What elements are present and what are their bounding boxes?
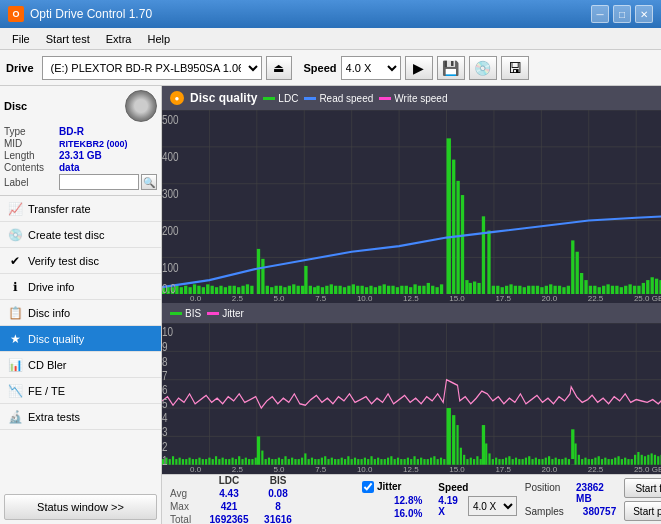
svg-rect-248	[404, 459, 406, 465]
svg-rect-67	[347, 286, 350, 295]
svg-rect-243	[387, 458, 389, 465]
menu-help[interactable]: Help	[139, 31, 178, 47]
svg-rect-43	[266, 286, 269, 295]
nav-disc-quality[interactable]: ★ Disc quality	[0, 326, 161, 352]
svg-rect-29	[206, 284, 209, 294]
total-label: Total	[170, 514, 200, 525]
speed-label: Speed	[304, 62, 337, 74]
nav-transfer-rate[interactable]: 📈 Transfer rate	[0, 196, 161, 222]
play-button[interactable]: ▶	[405, 56, 433, 80]
nav-transfer-rate-label: Transfer rate	[28, 203, 91, 215]
save-button[interactable]: 🖫	[501, 56, 529, 80]
drive-select[interactable]: (E:) PLEXTOR BD-R PX-LB950SA 1.06	[42, 56, 262, 80]
svg-rect-292	[561, 459, 563, 465]
status-window-button[interactable]: Status window >>	[4, 494, 157, 520]
svg-rect-174	[175, 459, 177, 465]
nav-create-test-disc[interactable]: 💿 Create test disc	[0, 222, 161, 248]
avg-speed: 4.19 X	[438, 495, 464, 517]
svg-rect-275	[505, 458, 507, 465]
svg-text:4: 4	[162, 411, 168, 424]
svg-rect-105	[545, 286, 548, 295]
x-axis-labels-bottom: 0.0 2.5 5.0 7.5 10.0 12.5 15.0 17.5 20.0…	[162, 465, 661, 474]
x-label-75: 7.5	[315, 294, 326, 303]
jitter-checkbox[interactable]	[362, 481, 374, 493]
label-input[interactable]	[59, 174, 139, 190]
bottom-stats-bar: LDC BIS Avg 4.43 0.08 Max 421 8 Total 16…	[162, 474, 661, 524]
svg-rect-74	[378, 286, 381, 295]
nav-drive-info-label: Drive info	[28, 281, 74, 293]
avg-label: Avg	[170, 488, 200, 499]
svg-rect-305	[608, 459, 610, 465]
svg-text:400: 400	[162, 150, 179, 163]
svg-rect-242	[384, 459, 386, 465]
svg-rect-257	[433, 456, 435, 465]
maximize-button[interactable]: □	[613, 5, 631, 23]
svg-rect-191	[215, 456, 217, 465]
svg-rect-268	[480, 459, 482, 465]
start-full-button[interactable]: Start full	[624, 478, 661, 498]
svg-rect-289	[551, 459, 553, 465]
disc-button[interactable]: 💿	[469, 56, 497, 80]
avg-bis: 0.08	[258, 488, 298, 499]
jitter-avg: 12.8%	[394, 495, 422, 506]
nav-extra-tests[interactable]: 🔬 Extra tests	[0, 404, 161, 430]
toolbar: Drive (E:) PLEXTOR BD-R PX-LB950SA 1.06 …	[0, 50, 661, 86]
jitter-label: Jitter	[377, 481, 401, 492]
disc-info-icon: 📋	[8, 306, 22, 320]
speed-select[interactable]: 4.0 X	[341, 56, 401, 80]
contents-value: data	[59, 162, 80, 173]
svg-rect-301	[594, 458, 596, 465]
svg-rect-279	[518, 459, 520, 465]
svg-rect-30	[211, 286, 214, 295]
write-speed-color	[379, 97, 391, 100]
test-speed-select[interactable]: 4.0 X	[468, 496, 517, 516]
nav-disc-info[interactable]: 📋 Disc info	[0, 300, 161, 326]
svg-rect-314	[637, 452, 639, 465]
eject-button[interactable]: ⏏	[266, 56, 292, 80]
svg-rect-181	[447, 408, 451, 465]
svg-rect-128	[646, 280, 649, 294]
bis-chart-header: BIS Jitter	[162, 303, 661, 323]
minimize-button[interactable]: ─	[591, 5, 609, 23]
close-button[interactable]: ✕	[635, 5, 653, 23]
write-button[interactable]: 💾	[437, 56, 465, 80]
svg-rect-54	[447, 138, 451, 294]
start-part-button[interactable]: Start part	[624, 501, 661, 521]
legend-jitter-label: Jitter	[222, 308, 244, 319]
svg-rect-116	[593, 286, 596, 295]
svg-rect-39	[237, 287, 240, 294]
svg-rect-51	[301, 286, 304, 295]
position-label: Position	[525, 482, 570, 504]
menu-start-test[interactable]: Start test	[38, 31, 98, 47]
length-value: 23.31 GB	[59, 150, 102, 161]
mid-value: RITEKBR2 (000)	[59, 139, 128, 149]
svg-rect-210	[281, 459, 283, 465]
svg-rect-187	[202, 459, 204, 465]
menu-extra[interactable]: Extra	[98, 31, 140, 47]
svg-rect-273	[498, 459, 500, 465]
svg-rect-317	[647, 455, 649, 465]
nav-fe-te[interactable]: 📉 FE / TE	[0, 378, 161, 404]
svg-rect-84	[422, 286, 425, 295]
nav-cd-bler[interactable]: 📊 CD Bler	[0, 352, 161, 378]
jitter-max: 16.0%	[394, 508, 422, 519]
svg-text:1: 1	[162, 454, 168, 465]
svg-rect-186	[198, 458, 200, 465]
nav-section: 📈 Transfer rate 💿 Create test disc ✔ Ver…	[0, 196, 161, 490]
svg-rect-193	[222, 458, 224, 465]
svg-rect-65	[338, 286, 341, 295]
nav-verify-test-disc[interactable]: ✔ Verify test disc	[0, 248, 161, 274]
svg-rect-130	[655, 279, 658, 295]
svg-rect-88	[440, 284, 443, 294]
label-button[interactable]: 🔍	[141, 174, 157, 190]
svg-rect-172	[169, 459, 171, 465]
nav-drive-info[interactable]: ℹ Drive info	[0, 274, 161, 300]
jitter-max-row: 16.0%	[362, 508, 422, 519]
contents-label: Contents	[4, 162, 59, 173]
svg-rect-208	[274, 459, 276, 465]
svg-rect-44	[270, 287, 273, 294]
menu-file[interactable]: File	[4, 31, 38, 47]
svg-text:3: 3	[162, 425, 168, 438]
svg-rect-177	[185, 459, 187, 465]
svg-rect-205	[265, 459, 267, 465]
